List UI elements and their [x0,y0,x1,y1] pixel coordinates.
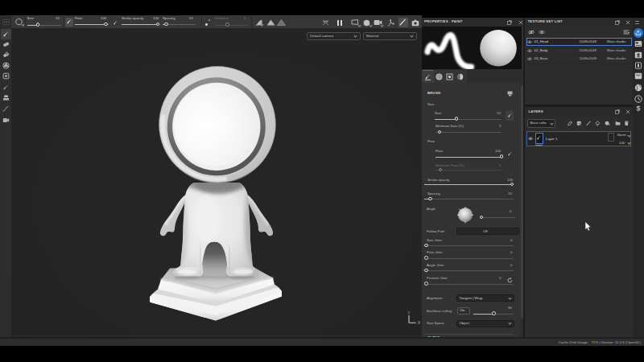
svg-text:Y: Y [407,311,410,315]
svg-text:X: X [418,321,420,325]
